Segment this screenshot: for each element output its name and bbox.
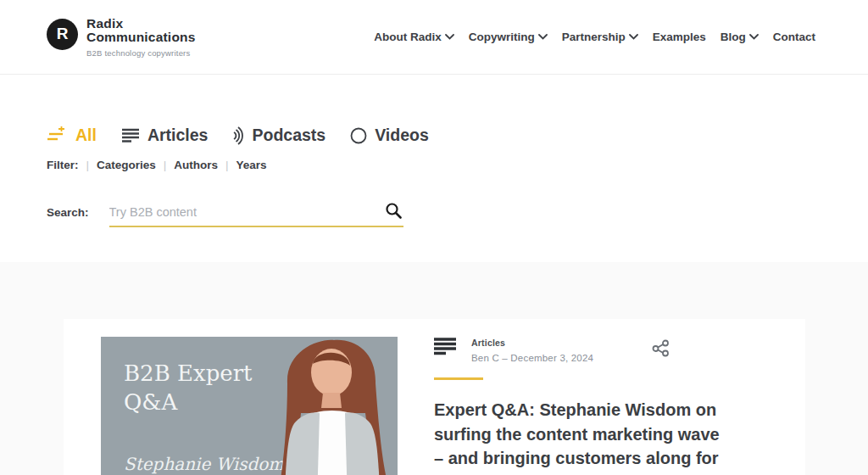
nav-label: About Radix — [374, 31, 442, 43]
thumbnail-heading: B2B Expert Q&A — [124, 359, 285, 416]
filter-label: Filter: — [47, 159, 79, 171]
chevron-down-icon — [749, 34, 759, 40]
all-filter-icon — [47, 126, 68, 145]
nav-label: Contact — [773, 31, 815, 43]
tab-videos[interactable]: Videos — [350, 126, 429, 145]
nav-label: Blog — [721, 31, 746, 43]
articles-category-icon — [434, 337, 458, 357]
content-type-tabs: All Articles Podcasts Videos — [47, 75, 868, 145]
search-box — [109, 200, 403, 227]
chevron-down-icon — [445, 34, 454, 40]
article-card-content: Articles Ben C – December 3, 2024 Expert… — [434, 337, 721, 475]
nav-item-partnership[interactable]: Partnership — [562, 31, 638, 43]
article-thumbnail[interactable]: B2B Expert Q&A Stephanie Wisdom — [101, 337, 398, 475]
nav-label: Copywriting — [469, 31, 535, 43]
main-nav: About Radix Copywriting Partnership Exam… — [374, 31, 815, 43]
filter-separator: | — [86, 159, 90, 171]
tab-label: Articles — [147, 126, 209, 145]
nav-item-about-radix[interactable]: About Radix — [374, 31, 454, 43]
article-category[interactable]: Articles — [471, 338, 593, 348]
search-icon — [385, 202, 402, 219]
chevron-down-icon — [629, 34, 638, 40]
nav-label: Examples — [653, 31, 706, 43]
filter-link-categories[interactable]: Categories — [97, 159, 156, 171]
article-meta-text: Articles Ben C – December 3, 2024 — [471, 337, 593, 363]
tab-label: Videos — [375, 126, 429, 145]
nav-item-contact[interactable]: Contact — [773, 31, 815, 43]
tab-label: Podcasts — [252, 126, 326, 145]
videos-icon — [350, 127, 367, 144]
filter-links-row: Filter: | Categories | Authors | Years — [47, 159, 868, 171]
search-label: Search: — [47, 206, 89, 227]
podcasts-icon — [232, 126, 244, 145]
article-title[interactable]: Expert Q&A: Stephanie Wisdom on surfing … — [434, 398, 721, 475]
articles-icon — [121, 127, 140, 144]
tab-podcasts[interactable]: Podcasts — [232, 126, 326, 145]
article-byline[interactable]: Ben C – December 3, 2024 — [471, 353, 593, 363]
tab-all[interactable]: All — [47, 126, 97, 145]
chevron-down-icon — [538, 34, 548, 40]
filter-separator: | — [164, 159, 167, 171]
filter-link-years[interactable]: Years — [236, 159, 267, 171]
filter-area: All Articles Podcasts Videos Filter: | C… — [0, 75, 868, 227]
thumbnail-caption: Stephanie Wisdom — [124, 454, 284, 474]
nav-item-copywriting[interactable]: Copywriting — [469, 31, 548, 43]
logo-r-icon: R — [47, 19, 78, 50]
search-input[interactable] — [109, 200, 385, 226]
tab-label: All — [75, 126, 97, 145]
filter-separator: | — [225, 159, 229, 171]
search-button[interactable] — [385, 202, 403, 225]
tab-articles[interactable]: Articles — [121, 126, 209, 145]
search-row: Search: — [47, 200, 868, 227]
site-header: R Radix Communications B2B technology co… — [0, 0, 868, 75]
blog-listing-section: B2B Expert Q&A Stephanie Wisdom A — [0, 262, 868, 475]
nav-item-blog[interactable]: Blog — [721, 31, 759, 43]
logo-text: Radix Communications B2B technology copy… — [86, 17, 196, 58]
logo-name-line2: Communications — [86, 31, 196, 45]
nav-item-examples[interactable]: Examples — [653, 31, 706, 43]
logo-name-line1: Radix — [86, 17, 196, 31]
share-nodes-icon — [652, 339, 670, 357]
logo-tagline: B2B technology copywriters — [86, 48, 196, 58]
accent-divider — [434, 377, 483, 380]
article-card: B2B Expert Q&A Stephanie Wisdom A — [64, 319, 805, 475]
guest-photo — [270, 337, 398, 475]
logo[interactable]: R Radix Communications B2B technology co… — [47, 17, 196, 58]
article-meta-row: Articles Ben C – December 3, 2024 — [434, 337, 721, 363]
share-button[interactable] — [652, 339, 670, 360]
nav-label: Partnership — [562, 31, 626, 43]
filter-link-authors[interactable]: Authors — [174, 159, 218, 171]
